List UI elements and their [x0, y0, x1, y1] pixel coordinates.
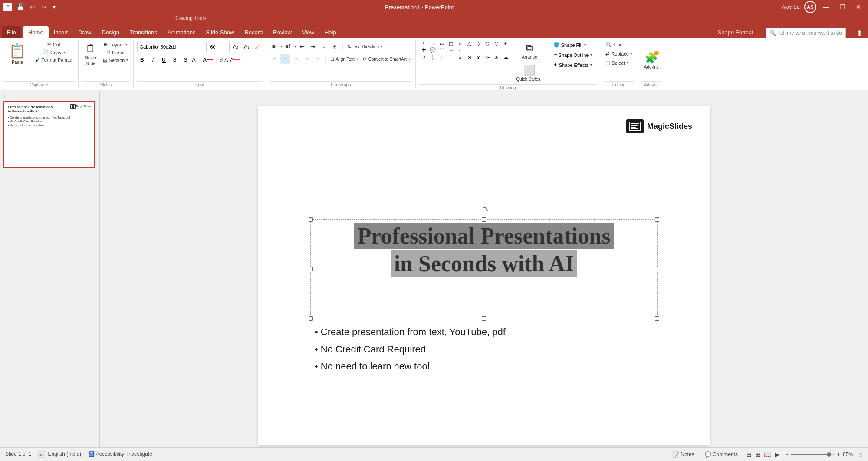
- shape-outline-button[interactable]: ▱ Shape Outline ▾: [551, 51, 595, 59]
- shape-eq[interactable]: ⊿: [419, 54, 428, 61]
- new-slide-button[interactable]: 🗒 New ▾ Slide: [82, 41, 99, 68]
- columns-button[interactable]: ⊞: [330, 42, 339, 51]
- shape-effects-button[interactable]: ✦ Shape Effects ▾: [551, 61, 595, 69]
- shape-triangle[interactable]: △: [465, 41, 473, 46]
- shape-plus[interactable]: +: [437, 54, 446, 61]
- align-left-button[interactable]: ≡: [270, 54, 279, 64]
- share-icon[interactable]: ⬆: [856, 29, 863, 38]
- tab-home[interactable]: Home: [23, 26, 49, 38]
- tab-file[interactable]: File: [2, 26, 21, 38]
- zoom-slider[interactable]: [791, 454, 835, 455]
- paste-button[interactable]: 📋 Paste: [3, 41, 31, 66]
- slideshow-view-button[interactable]: ▶: [774, 450, 780, 459]
- replace-button[interactable]: ⇄ Replace ▾: [604, 50, 634, 57]
- notes-button[interactable]: 📝 Notes: [670, 451, 697, 458]
- slide-canvas[interactable]: MagicSlides: [258, 106, 710, 445]
- shape-minus[interactable]: −: [447, 54, 455, 61]
- line-spacing-button[interactable]: ↕: [319, 42, 329, 51]
- shape-star[interactable]: ★: [501, 41, 510, 46]
- tab-animations[interactable]: Animations: [162, 26, 201, 38]
- increase-font-button[interactable]: A↑: [231, 42, 240, 52]
- reset-button[interactable]: ↺ Reset: [101, 49, 130, 56]
- undo-button[interactable]: ↩: [28, 3, 37, 11]
- zoom-slider-thumb[interactable]: [827, 452, 831, 457]
- redo-button[interactable]: ↪: [39, 3, 48, 11]
- normal-view-button[interactable]: ⊟: [746, 450, 753, 459]
- clear-formatting-button[interactable]: 🧹: [253, 42, 262, 52]
- shape-wave[interactable]: 〜: [483, 54, 492, 61]
- italic-button[interactable]: I: [148, 55, 158, 65]
- bullets-button[interactable]: ≡•: [270, 42, 279, 51]
- handle-top-left[interactable]: [309, 217, 313, 222]
- shape-chevron[interactable]: ⟩: [428, 54, 437, 61]
- restore-button[interactable]: ❐: [836, 3, 849, 11]
- find-button[interactable]: 🔍 Find: [604, 41, 624, 48]
- increase-indent-button[interactable]: ⇥: [308, 42, 318, 51]
- shape-mult[interactable]: ×: [456, 54, 464, 61]
- tab-slideshow[interactable]: Slide Show: [201, 26, 239, 38]
- align-text-button[interactable]: ⊡ Align Text ▾: [329, 56, 360, 63]
- shape-ribbon[interactable]: 🎗: [474, 54, 483, 61]
- minimize-button[interactable]: —: [820, 3, 833, 11]
- numbered-button[interactable]: ≡1: [283, 42, 293, 51]
- shape-arc[interactable]: ⌣: [447, 47, 455, 53]
- strikethrough-button[interactable]: S: [170, 55, 179, 65]
- fit-slide-button[interactable]: ⊡: [858, 451, 863, 458]
- handle-bottom-center[interactable]: [482, 316, 486, 321]
- shape-circle[interactable]: ○: [456, 41, 464, 46]
- shape-callout[interactable]: 💬: [428, 47, 437, 53]
- handle-middle-right[interactable]: [655, 267, 659, 271]
- handle-middle-left[interactable]: [309, 267, 313, 271]
- zoom-in-button[interactable]: +: [837, 451, 840, 458]
- text-color-button[interactable]: A: [230, 55, 240, 65]
- tab-help[interactable]: Help: [319, 26, 342, 38]
- tab-draw[interactable]: Draw: [73, 26, 96, 38]
- tab-insert[interactable]: Insert: [49, 26, 73, 38]
- text-highlight-button[interactable]: 🖊A: [219, 55, 228, 65]
- rotate-handle[interactable]: [480, 207, 488, 215]
- slide-sorter-button[interactable]: ⊞: [754, 450, 761, 459]
- tab-shape-format[interactable]: Shape Format: [713, 26, 759, 38]
- arrange-button[interactable]: ⧉ Arrange: [513, 41, 546, 61]
- tab-review[interactable]: Review: [268, 26, 297, 38]
- close-button[interactable]: ✕: [852, 3, 865, 11]
- handle-top-center[interactable]: [482, 217, 486, 222]
- shape-curved[interactable]: ⌒: [437, 47, 446, 53]
- shape-diamond[interactable]: ◇: [474, 41, 483, 46]
- justify-button[interactable]: ≡: [302, 54, 312, 64]
- convert-smartart-button[interactable]: ⟳ Convert to SmartArt ▾: [361, 56, 412, 63]
- tab-view[interactable]: View: [297, 26, 319, 38]
- shape-fill-button[interactable]: 🪣 Shape Fill ▾: [551, 41, 595, 49]
- save-button[interactable]: 💾: [15, 3, 26, 11]
- char-spacing-button[interactable]: A↔: [191, 55, 201, 65]
- addins-button[interactable]: 🧩 Add-ins: [641, 50, 661, 71]
- quick-styles-button[interactable]: ⬜ Quick Styles ▾: [513, 63, 546, 83]
- accessibility-status[interactable]: ♿ Accessibility: Investigate: [88, 451, 152, 457]
- font-color-button[interactable]: A: [202, 55, 213, 65]
- shape-cloud[interactable]: ☁: [501, 54, 510, 61]
- comments-button[interactable]: 💬 Comments: [702, 451, 740, 458]
- reading-view-button[interactable]: 📖: [763, 450, 772, 459]
- distribute-button[interactable]: ≡: [313, 54, 322, 64]
- zoom-percent[interactable]: 85%: [843, 451, 853, 458]
- handle-bottom-right[interactable]: [655, 316, 659, 321]
- shape-hexagon[interactable]: ⬡: [492, 41, 501, 46]
- decrease-font-button[interactable]: A↓: [242, 42, 251, 52]
- copy-button[interactable]: 📄 Copy ▾: [33, 49, 75, 56]
- shape-rect[interactable]: ▭: [437, 41, 446, 46]
- tab-transitions[interactable]: Transitions: [125, 26, 162, 38]
- handle-top-right[interactable]: [655, 217, 659, 222]
- select-button[interactable]: ⬚ Select ▾: [604, 59, 630, 66]
- shape-brace[interactable]: {: [456, 47, 464, 53]
- tell-me-bar[interactable]: 🔍 Tell me what you want to do: [766, 28, 846, 38]
- shape-line[interactable]: \: [419, 41, 428, 46]
- align-right-button[interactable]: ≡: [291, 54, 301, 64]
- shape-arrow-right[interactable]: →: [428, 41, 437, 46]
- shape-cross[interactable]: ✚: [419, 47, 428, 53]
- underline-button[interactable]: U: [159, 55, 168, 65]
- align-center-button[interactable]: ≡: [280, 54, 290, 64]
- customize-qat-button[interactable]: ▾: [51, 3, 57, 11]
- shape-pentagon[interactable]: ⬠: [483, 41, 492, 46]
- layout-button[interactable]: ⊞ Layout ▾: [101, 41, 130, 48]
- format-painter-button[interactable]: 🖌 Format Painter: [33, 56, 75, 63]
